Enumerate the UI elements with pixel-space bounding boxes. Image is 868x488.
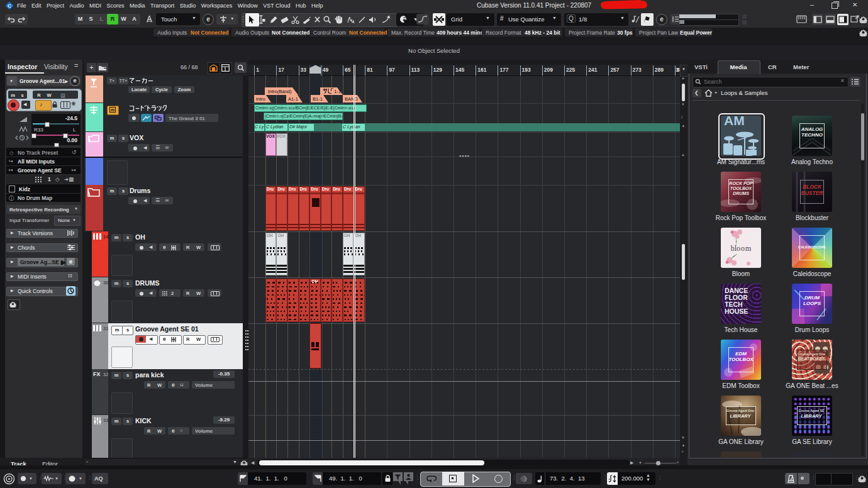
svg-text:C: C <box>8 3 11 9</box>
svg-text:+: + <box>104 66 106 70</box>
svg-text:1-1: 1-1 <box>334 89 340 94</box>
